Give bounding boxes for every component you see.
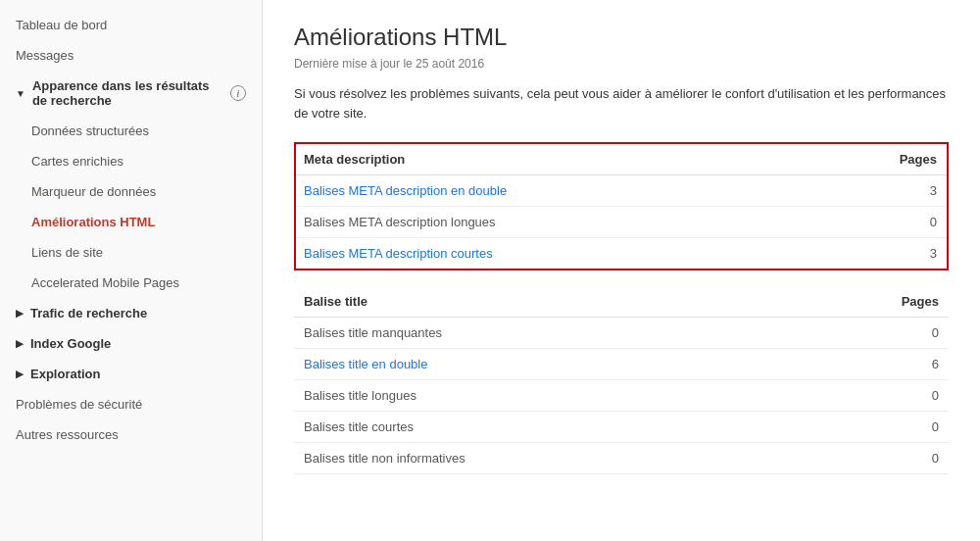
row-pages: 6 bbox=[870, 349, 949, 380]
sidebar-item-label: Marqueur de données bbox=[31, 184, 156, 199]
sidebar-item-label: Exploration bbox=[30, 367, 101, 381]
sidebar-item-cartes-enrichies[interactable]: Cartes enrichies bbox=[0, 146, 262, 176]
last-updated: Dernière mise à jour le 25 août 2016 bbox=[294, 57, 949, 71]
sidebar-item-apparence[interactable]: ▼Apparence dans les résultats de recherc… bbox=[0, 71, 262, 116]
sections-container: Meta descriptionPagesBalises META descri… bbox=[294, 142, 949, 474]
sidebar-item-donnees-structurees[interactable]: Données structurées bbox=[0, 116, 262, 146]
table-row: Balises META description longues0 bbox=[295, 207, 948, 238]
table-row: Balises title courtes0 bbox=[294, 412, 949, 443]
sidebar-item-problemes-de-securite[interactable]: Problèmes de sécurité bbox=[0, 389, 262, 419]
table-row[interactable]: Balises title en double6 bbox=[294, 349, 949, 380]
row-pages: 0 bbox=[869, 207, 948, 238]
sidebar-item-marqueur-de-donnees[interactable]: Marqueur de données bbox=[0, 176, 262, 207]
sidebar-item-ameliorations-html[interactable]: Améliorations HTML bbox=[0, 207, 262, 237]
table-row: Balises title longues0 bbox=[294, 380, 949, 412]
sidebar-item-autres-ressources[interactable]: Autres ressources bbox=[0, 419, 262, 450]
row-label: Balises title courtes bbox=[294, 412, 870, 443]
row-pages: 0 bbox=[870, 412, 949, 443]
sidebar-item-label: Problèmes de sécurité bbox=[16, 397, 142, 412]
sidebar-item-label: Index Google bbox=[30, 336, 111, 351]
main-content: Améliorations HTML Dernière mise à jour … bbox=[263, 0, 980, 541]
sidebar-item-label: Apparence dans les résultats de recherch… bbox=[32, 78, 225, 108]
row-label: Balises title non informatives bbox=[294, 443, 870, 474]
description: Si vous résolvez les problèmes suivants,… bbox=[294, 84, 949, 123]
page-title: Améliorations HTML bbox=[294, 24, 949, 51]
row-pages: 3 bbox=[869, 175, 948, 207]
sidebar-item-label: Données structurées bbox=[31, 123, 149, 138]
sidebar-item-label: Messages bbox=[16, 48, 74, 63]
info-icon[interactable]: i bbox=[230, 85, 246, 101]
section-meta-description: Meta descriptionPagesBalises META descri… bbox=[294, 142, 949, 270]
sidebar-item-trafic-de-recherche[interactable]: ▶Trafic de recherche bbox=[0, 298, 262, 328]
row-label[interactable]: Balises META description en double bbox=[295, 175, 869, 207]
table-row: Balises title non informatives0 bbox=[294, 443, 949, 474]
row-label[interactable]: Balises META description courtes bbox=[295, 238, 869, 270]
table-meta-description: Meta descriptionPagesBalises META descri… bbox=[294, 142, 949, 270]
sidebar-item-label: Accelerated Mobile Pages bbox=[31, 275, 179, 290]
row-pages: 0 bbox=[870, 443, 949, 474]
table-balise-title: Balise titlePagesBalises title manquante… bbox=[294, 286, 949, 474]
row-pages: 0 bbox=[870, 318, 949, 349]
row-label[interactable]: Balises title en double bbox=[294, 349, 870, 380]
table-row: Balises title manquantes0 bbox=[294, 318, 949, 349]
sidebar-item-label: Tableau de bord bbox=[16, 18, 107, 32]
sidebar-item-label: Liens de site bbox=[31, 245, 103, 260]
sidebar-item-exploration[interactable]: ▶Exploration bbox=[0, 359, 262, 389]
row-label: Balises META description longues bbox=[295, 207, 869, 238]
col-header-pages: Pages bbox=[869, 143, 948, 175]
sidebar-item-messages[interactable]: Messages bbox=[0, 40, 262, 71]
sidebar-item-label: Améliorations HTML bbox=[31, 215, 155, 229]
sidebar-item-liens-de-site[interactable]: Liens de site bbox=[0, 237, 262, 268]
col-header-pages: Pages bbox=[870, 286, 949, 318]
sidebar-item-accelerated-mobile-pages[interactable]: Accelerated Mobile Pages bbox=[0, 268, 262, 298]
sidebar-item-label: Trafic de recherche bbox=[30, 306, 147, 320]
sidebar-item-tableau-de-bord[interactable]: Tableau de bord bbox=[0, 10, 262, 40]
row-label: Balises title longues bbox=[294, 380, 870, 412]
col-header-label: Meta description bbox=[295, 143, 869, 175]
chevron-right-icon: ▶ bbox=[16, 308, 24, 319]
table-row[interactable]: Balises META description courtes3 bbox=[295, 238, 948, 270]
chevron-down-icon: ▼ bbox=[16, 88, 25, 99]
col-header-label: Balise title bbox=[294, 286, 870, 318]
row-pages: 0 bbox=[870, 380, 949, 412]
chevron-right-icon: ▶ bbox=[16, 369, 24, 379]
sidebar-item-label: Autres ressources bbox=[16, 427, 119, 442]
chevron-right-icon: ▶ bbox=[16, 338, 24, 349]
table-row[interactable]: Balises META description en double3 bbox=[295, 175, 948, 207]
section-balise-title: Balise titlePagesBalises title manquante… bbox=[294, 286, 949, 474]
row-label: Balises title manquantes bbox=[294, 318, 870, 349]
sidebar-item-label: Cartes enrichies bbox=[31, 154, 123, 169]
row-pages: 3 bbox=[869, 238, 948, 270]
sidebar: Tableau de bordMessages▼Apparence dans l… bbox=[0, 0, 263, 541]
sidebar-item-index-google[interactable]: ▶Index Google bbox=[0, 328, 262, 359]
